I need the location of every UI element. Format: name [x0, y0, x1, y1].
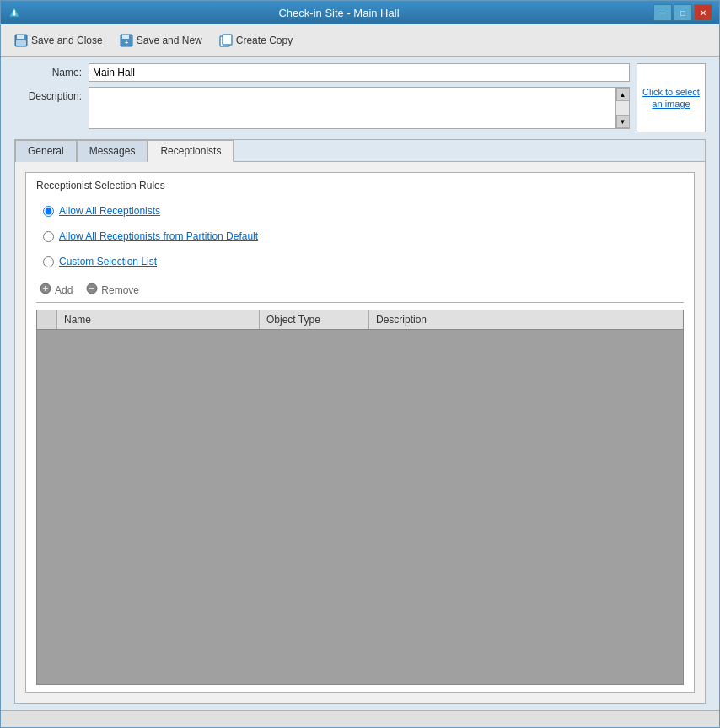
description-row: Description: ▲ ▼ — [14, 87, 630, 129]
save-new-label: Save and New — [137, 35, 202, 46]
action-bar: Add Remove — [36, 278, 684, 303]
add-icon — [40, 283, 51, 297]
radio-allow-partition-label[interactable]: Allow All Receptionists from Partition D… — [59, 230, 258, 242]
radio-allow-all-label[interactable]: Allow All Receptionists — [59, 205, 160, 217]
title-bar: Check-in Site - Main Hall ─ □ ✕ — [1, 1, 719, 24]
tabs-container: General Messages Receptionists Reception… — [14, 139, 706, 704]
col-name-header[interactable]: Name — [57, 310, 260, 329]
save-close-button[interactable]: Save and Close — [8, 31, 110, 50]
svg-rect-2 — [13, 10, 15, 13]
tab-bar: General Messages Receptionists — [15, 140, 705, 162]
image-selector[interactable]: Click to select an image — [637, 63, 706, 132]
remove-button[interactable]: Remove — [83, 281, 142, 299]
main-window: Check-in Site - Main Hall ─ □ ✕ Save and… — [0, 0, 720, 728]
scroll-up-arrow[interactable]: ▲ — [616, 88, 630, 101]
description-wrapper: ▲ ▼ — [89, 87, 630, 129]
col-check-header — [37, 310, 57, 329]
svg-text:+: + — [124, 39, 128, 46]
tab-content-receptionists: Receptionist Selection Rules Allow All R… — [15, 162, 705, 703]
remove-icon — [86, 283, 98, 297]
remove-label: Remove — [101, 284, 139, 296]
window-title: Check-in Site - Main Hall — [24, 7, 653, 19]
content-area: Name: Description: ▲ ▼ Cli — [1, 57, 719, 710]
receptionist-table: Name Object Type Description — [36, 310, 684, 685]
maximize-button[interactable]: □ — [674, 4, 692, 21]
create-copy-button[interactable]: Create Copy — [212, 31, 299, 50]
radio-allow-all-input[interactable] — [43, 206, 54, 217]
description-textarea[interactable] — [89, 88, 615, 128]
svg-rect-5 — [16, 40, 26, 46]
tab-general[interactable]: General — [15, 140, 77, 162]
radio-custom-list-label[interactable]: Custom Selection List — [59, 256, 157, 267]
radio-allow-all: Allow All Receptionists — [36, 202, 684, 220]
group-title: Receptionist Selection Rules — [36, 180, 684, 191]
top-form: Name: Description: ▲ ▼ Cli — [14, 63, 706, 132]
status-bar — [1, 710, 719, 727]
title-bar-left — [8, 6, 24, 19]
close-button[interactable]: ✕ — [694, 4, 712, 21]
svg-rect-4 — [17, 35, 24, 39]
save-new-icon: + — [120, 34, 133, 47]
scroll-down-arrow[interactable]: ▼ — [616, 115, 630, 128]
image-selector-label: Click to select an image — [641, 86, 701, 111]
minimize-button[interactable]: ─ — [653, 4, 672, 21]
tab-receptionists[interactable]: Receptionists — [148, 140, 234, 162]
description-scrollbar: ▲ ▼ — [615, 88, 629, 128]
col-desc-header[interactable]: Description — [369, 310, 683, 329]
create-copy-icon — [219, 34, 233, 47]
add-label: Add — [55, 284, 73, 296]
svg-rect-10 — [223, 35, 232, 45]
window-controls: ─ □ ✕ — [653, 4, 712, 21]
name-input[interactable] — [89, 63, 630, 82]
add-button[interactable]: Add — [36, 281, 76, 299]
app-icon — [8, 6, 21, 19]
radio-allow-partition-input[interactable] — [43, 231, 54, 242]
receptionist-selection-group: Receptionist Selection Rules Allow All R… — [25, 172, 695, 693]
create-copy-label: Create Copy — [236, 35, 293, 46]
radio-custom-list-input[interactable] — [43, 256, 54, 267]
save-close-label: Save and Close — [31, 35, 103, 46]
radio-allow-partition: Allow All Receptionists from Partition D… — [36, 227, 684, 245]
description-label: Description: — [14, 90, 82, 102]
save-new-button[interactable]: + Save and New — [113, 31, 209, 50]
form-fields: Name: Description: ▲ ▼ — [14, 63, 630, 129]
table-body — [37, 330, 683, 684]
table-header: Name Object Type Description — [37, 310, 683, 330]
col-type-header[interactable]: Object Type — [260, 310, 369, 329]
toolbar: Save and Close + Save and New Create Cop… — [1, 24, 719, 57]
name-label: Name: — [14, 67, 82, 78]
save-close-icon — [14, 34, 28, 47]
tab-messages[interactable]: Messages — [77, 140, 148, 162]
radio-custom-list: Custom Selection List — [36, 252, 684, 271]
name-row: Name: — [14, 63, 630, 82]
